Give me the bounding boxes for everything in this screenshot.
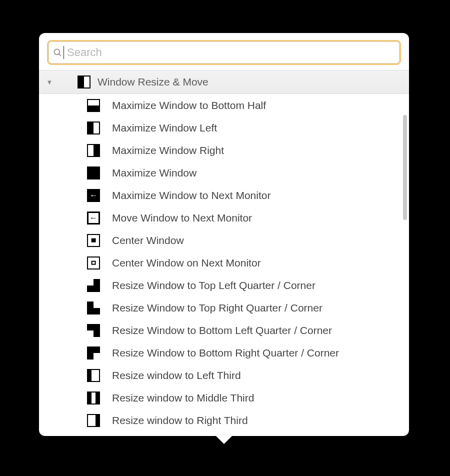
search-field-container[interactable]: [47, 40, 401, 65]
bottom-half-icon: [87, 99, 100, 112]
list-item[interactable]: Maximize Window: [39, 162, 409, 184]
list-item[interactable]: Resize Window to Top Left Quarter / Corn…: [39, 274, 409, 296]
search-icon: [52, 48, 62, 58]
group-header-window-resize-move[interactable]: ▼ Window Resize & Move: [39, 70, 409, 94]
popover-arrow: [215, 435, 233, 444]
list-item-label: Resize window to Right Third: [112, 414, 248, 426]
list-item[interactable]: Maximize Window Left: [39, 116, 409, 139]
full-icon: [87, 166, 100, 180]
list-item-label: Resize window to Left Third: [112, 370, 241, 382]
list-item[interactable]: ← Maximize Window to Next Monitor: [39, 184, 409, 206]
quarter-bottom-left-inv-icon: [87, 324, 100, 337]
quarter-top-right-inv-icon: [87, 302, 100, 314]
third-right-icon: [87, 414, 100, 427]
text-caret: [64, 46, 64, 59]
list-item-label: Center Window: [112, 234, 184, 246]
left-half-icon: [87, 122, 100, 134]
list-item-label: Move Window to Next Monitor: [112, 212, 252, 224]
svg-point-0: [54, 49, 60, 54]
list-item[interactable]: Center Window: [39, 229, 409, 252]
list-item-label: Resize Window to Top Left Quarter / Corn…: [112, 280, 316, 292]
arrow-left-outline-icon: ←: [87, 212, 100, 224]
list-item[interactable]: Resize window to Left Third: [39, 364, 409, 386]
list-item-label: Maximize Window to Bottom Half: [112, 100, 266, 112]
list-item-label: Maximize Window Left: [112, 122, 217, 134]
list-item[interactable]: Resize window to Right Third: [39, 409, 409, 432]
right-half-icon: [87, 144, 100, 157]
list-item[interactable]: Resize Window to Bottom Left Quarter / C…: [39, 319, 409, 342]
list-item-label: Maximize Window to Next Monitor: [112, 190, 270, 202]
list-item-label: Maximize Window Right: [112, 144, 224, 156]
third-left-icon: [87, 369, 100, 382]
arrow-left-solid-icon: ←: [87, 189, 100, 202]
list-item[interactable]: Resize Window to Bottom Right Quarter / …: [39, 342, 409, 364]
group-title: Window Resize & Move: [98, 76, 208, 88]
list-item-label: Resize Window to Top Right Quarter / Cor…: [112, 302, 322, 314]
action-list: Maximize Window to Bottom Half Maximize …: [39, 94, 409, 436]
center-outline-icon: [87, 256, 100, 270]
list-item[interactable]: Maximize Window to Bottom Half: [39, 94, 409, 116]
list-item[interactable]: Center Window on Next Monitor: [39, 252, 409, 274]
list-item-label: Resize window to Middle Third: [112, 392, 254, 404]
popover-panel: ▼ Window Resize & Move Maximize Window t…: [39, 33, 409, 436]
list-item-label: Resize Window to Bottom Right Quarter / …: [112, 347, 339, 359]
quarter-top-left-inv-icon: [87, 279, 100, 292]
list-item-label: Center Window on Next Monitor: [112, 257, 261, 269]
center-solid-icon: [87, 234, 100, 247]
third-middle-icon: [87, 392, 100, 404]
list-item-label: Maximize Window: [112, 167, 196, 179]
list-item-label: Resize Window to Bottom Left Quarter / C…: [112, 324, 332, 336]
quarter-bottom-right-inv-icon: [87, 346, 100, 360]
svg-line-1: [59, 54, 61, 56]
list-item[interactable]: Maximize Window Right: [39, 139, 409, 162]
list-item[interactable]: Resize Window to Top Right Quarter / Cor…: [39, 296, 409, 319]
list-item[interactable]: ← Move Window to Next Monitor: [39, 206, 409, 229]
disclosure-triangle-icon[interactable]: ▼: [46, 78, 53, 86]
window-left-half-icon: [78, 76, 90, 88]
list-item[interactable]: Resize window to Middle Third: [39, 386, 409, 409]
search-input[interactable]: [65, 41, 396, 64]
scrollbar-thumb[interactable]: [403, 115, 407, 220]
